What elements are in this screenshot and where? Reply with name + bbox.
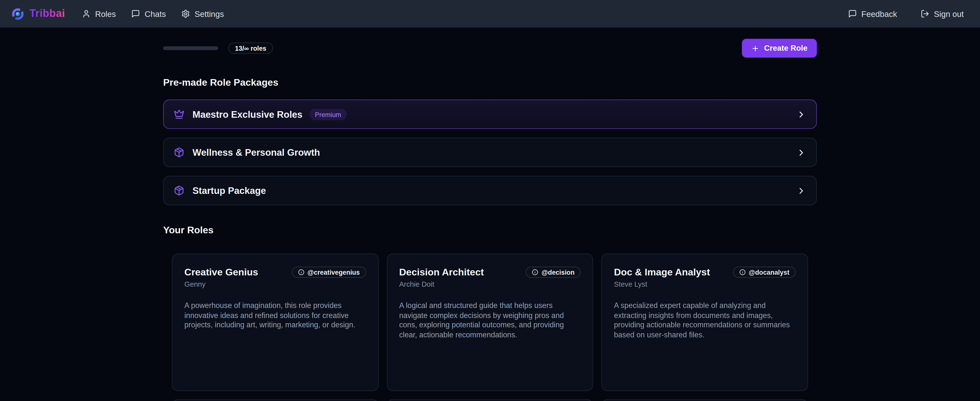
role-persona-name: Genny [185, 280, 366, 288]
card-header: Creative Genius @creativegenius [185, 267, 366, 278]
user-icon [82, 9, 91, 18]
create-role-button[interactable]: Create Role [741, 39, 817, 58]
role-persona-name: Archie Doit [399, 280, 581, 288]
your-roles-section-title: Your Roles [163, 224, 817, 236]
roles-count-badge: 13/∞ roles [228, 43, 273, 54]
info-icon [740, 269, 746, 275]
role-description: A specialized expert capable of analyzin… [614, 301, 795, 340]
feedback-button[interactable]: Feedback [848, 9, 897, 18]
nav-left-group: Tribbai Roles [11, 7, 224, 20]
package-row-startup[interactable]: Startup Package [163, 176, 817, 205]
logout-icon [921, 9, 930, 18]
package-title: Startup Package [192, 185, 266, 196]
package-title: Wellness & Personal Growth [192, 147, 320, 158]
package-row-wellness[interactable]: Wellness & Personal Growth [163, 137, 817, 167]
role-cards-grid: Creative Genius @creativegenius Genny A … [163, 253, 817, 401]
gear-icon [181, 9, 190, 18]
role-handle: @docanalyst [749, 268, 789, 276]
plus-icon [751, 44, 759, 52]
signout-button[interactable]: Sign out [921, 9, 964, 18]
chevron-right-icon [796, 185, 806, 196]
create-role-label: Create Role [764, 44, 808, 53]
role-card-stub[interactable] [387, 399, 593, 401]
card-header: Decision Architect @decision [399, 267, 581, 278]
nav-item-chats-label: Chats [145, 9, 166, 18]
roles-progress-bar [163, 46, 218, 50]
nav-links: Roles Chats Settin [82, 9, 224, 18]
role-handle-badge[interactable]: @docanalyst [733, 267, 795, 278]
role-card-stub[interactable] [601, 399, 808, 401]
card-header: Doc & Image Analyst @docanalyst [614, 267, 795, 278]
tribbai-logo-icon [11, 7, 24, 20]
signout-label: Sign out [934, 9, 964, 18]
role-title: Decision Architect [399, 267, 484, 278]
role-title: Creative Genius [185, 267, 258, 278]
role-card-decision-architect[interactable]: Decision Architect @decision Archie Doit… [387, 253, 593, 391]
role-persona-name: Steve Lyst [614, 280, 795, 288]
role-description: A powerhouse of imagination, this role p… [185, 301, 366, 330]
role-card-doc-image-analyst[interactable]: Doc & Image Analyst @docanalyst Steve Ly… [601, 253, 808, 391]
brand-name: Tribbai [29, 8, 65, 20]
feedback-label: Feedback [861, 9, 897, 18]
packages-section-title: Pre-made Role Packages [163, 77, 817, 88]
package-icon [174, 185, 185, 196]
roles-toolbar: 13/∞ roles Create Role [163, 39, 817, 58]
package-row-maestro[interactable]: Maestro Exclusive Roles Premium [163, 99, 817, 129]
feedback-chat-icon [848, 9, 857, 18]
nav-right-group: Feedback Sign out [848, 9, 964, 18]
chevron-right-icon [796, 147, 806, 157]
role-handle-badge[interactable]: @decision [526, 267, 581, 278]
nav-item-settings-label: Settings [195, 9, 224, 18]
package-icon [174, 147, 185, 158]
chat-bubble-icon [132, 9, 140, 18]
nav-item-roles[interactable]: Roles [82, 9, 116, 18]
info-icon [298, 269, 304, 275]
role-title: Doc & Image Analyst [614, 267, 710, 278]
role-card-creative-genius[interactable]: Creative Genius @creativegenius Genny A … [172, 253, 379, 391]
role-handle: @creativegenius [307, 268, 360, 276]
brand[interactable]: Tribbai [11, 7, 65, 20]
role-handle: @decision [542, 268, 574, 276]
info-icon [532, 269, 538, 275]
nav-item-chats[interactable]: Chats [132, 9, 166, 18]
nav-item-settings[interactable]: Settings [181, 9, 224, 18]
chevron-right-icon [796, 109, 806, 119]
premium-badge: Premium [309, 109, 347, 120]
main-content: 13/∞ roles Create Role Pre-made Role Pac… [163, 39, 817, 401]
package-title: Maestro Exclusive Roles [192, 109, 302, 120]
role-handle-badge[interactable]: @creativegenius [292, 267, 366, 278]
role-card-stub[interactable] [172, 399, 379, 401]
nav-item-roles-label: Roles [95, 9, 116, 18]
crown-icon [174, 109, 185, 120]
role-description: A logical and structured guide that help… [399, 301, 581, 340]
top-nav: Tribbai Roles [0, 0, 980, 27]
app-root: Tribbai Roles [0, 0, 980, 401]
